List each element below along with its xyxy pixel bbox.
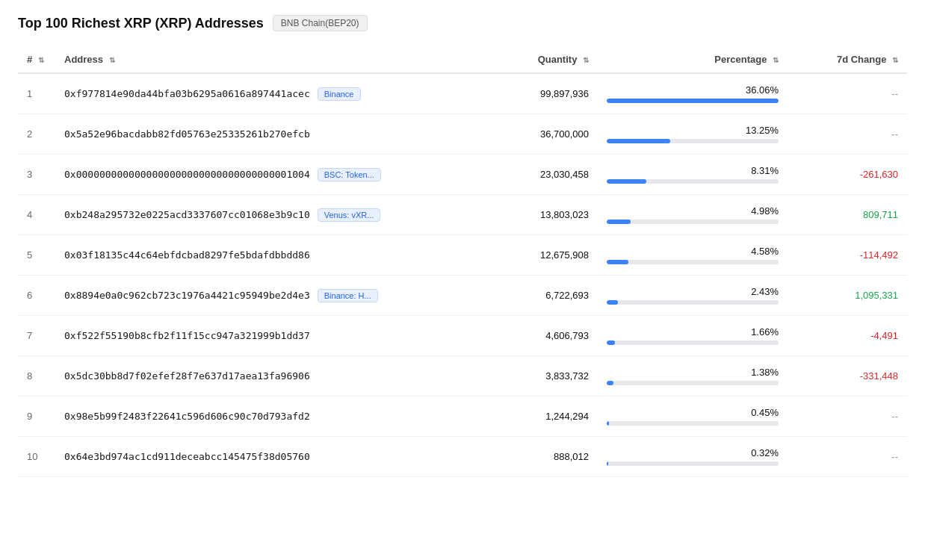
cell-quantity: 13,803,023	[433, 195, 598, 235]
cell-percentage: 0.45%	[598, 396, 788, 437]
percentage-bar-fill	[607, 300, 618, 305]
percentage-bar-fill	[607, 340, 615, 345]
cell-address: 0x5dc30bb8d7f02efef28f7e637d17aea13fa969…	[55, 356, 433, 396]
cell-percentage: 4.58%	[598, 235, 788, 276]
percentage-bar-track	[607, 179, 779, 184]
page-title: Top 100 Richest XRP (XRP) Addresses	[18, 16, 264, 31]
table-row: 100x64e3bd974ac1cd911deceabcc145475f38d0…	[18, 437, 907, 477]
cell-change: -261,630	[788, 155, 907, 195]
address-text[interactable]: 0x64e3bd974ac1cd911deceabcc145475f38d057…	[64, 451, 310, 462]
cell-quantity: 6,722,693	[433, 276, 598, 316]
cell-quantity: 4,606,793	[433, 316, 598, 356]
cell-rank: 6	[18, 276, 55, 316]
table-row: 20x5a52e96bacdabb82fd05763e25335261b270e…	[18, 114, 907, 155]
col-header-address[interactable]: Address ⇅	[55, 46, 433, 73]
address-text[interactable]: 0xf522f55190b8cfb2f11f15cc947a321999b1dd…	[64, 330, 310, 341]
percentage-bar-track	[607, 139, 779, 143]
cell-quantity: 3,833,732	[433, 356, 598, 396]
cell-rank: 2	[18, 114, 55, 155]
cell-quantity: 12,675,908	[433, 235, 598, 276]
sort-icon-change: ⇅	[892, 56, 898, 64]
table-row: 40xb248a295732e0225acd3337607cc01068e3b9…	[18, 195, 907, 235]
cell-quantity: 1,244,294	[433, 396, 598, 437]
col-header-percentage[interactable]: Percentage ⇅	[598, 46, 788, 73]
percentage-bar-track	[607, 260, 779, 264]
address-text[interactable]: 0x98e5b99f2483f22641c596d606c90c70d793af…	[64, 411, 310, 422]
percentage-bar-track	[607, 99, 779, 103]
table-row: 10xf977814e90da44bfa03b6295a0616a897441a…	[18, 73, 907, 114]
percentage-text: 36.06%	[746, 84, 779, 96]
percentage-bar-fill	[607, 421, 609, 426]
cell-rank: 1	[18, 73, 55, 114]
table-row: 60x8894e0a0c962cb723c1976a4421c95949be2d…	[18, 276, 907, 316]
percentage-bar-track	[607, 461, 779, 466]
percentage-bar-fill	[607, 461, 608, 466]
sort-icon-quantity: ⇅	[583, 56, 589, 64]
sort-icon-rank: ⇅	[38, 56, 44, 64]
percentage-text: 13.25%	[746, 125, 779, 136]
percentage-bar-track	[607, 421, 779, 426]
address-text[interactable]: 0xf977814e90da44bfa03b6295a0616a897441ac…	[64, 88, 310, 99]
address-text[interactable]: 0xb248a295732e0225acd3337607cc01068e3b9c…	[64, 209, 310, 220]
percentage-text: 4.58%	[751, 246, 779, 257]
cell-change: 809,711	[788, 195, 907, 235]
cell-address: 0x8894e0a0c962cb723c1976a4421c95949be2d4…	[55, 276, 433, 316]
cell-rank: 8	[18, 356, 55, 396]
cell-rank: 4	[18, 195, 55, 235]
address-label-badge[interactable]: Binance: H...	[318, 289, 378, 302]
address-label-badge[interactable]: BSC: Token...	[318, 168, 381, 181]
table-row: 50x03f18135c44c64ebfdcbad8297fe5bdafdbbd…	[18, 235, 907, 276]
col-header-change[interactable]: 7d Change ⇅	[788, 46, 907, 73]
cell-percentage: 4.98%	[598, 195, 788, 235]
address-label-badge[interactable]: Binance	[318, 87, 361, 101]
cell-address: 0x03f18135c44c64ebfdcbad8297fe5bdafdbbdd…	[55, 235, 433, 276]
percentage-text: 1.66%	[751, 326, 779, 337]
percentage-bar-fill	[607, 220, 631, 224]
chain-badge: BNB Chain(BEP20)	[273, 15, 368, 31]
cell-address: 0x64e3bd974ac1cd911deceabcc145475f38d057…	[55, 437, 433, 477]
percentage-bar-fill	[607, 139, 670, 143]
cell-percentage: 8.31%	[598, 155, 788, 195]
sort-icon-percentage: ⇅	[773, 56, 779, 64]
address-text[interactable]: 0x03f18135c44c64ebfdcbad8297fe5bdafdbbdd…	[64, 249, 310, 261]
address-text[interactable]: 0x8894e0a0c962cb723c1976a4421c95949be2d4…	[64, 290, 310, 301]
address-text[interactable]: 0x5dc30bb8d7f02efef28f7e637d17aea13fa969…	[64, 370, 310, 382]
cell-change: --	[788, 437, 907, 477]
cell-rank: 3	[18, 155, 55, 195]
cell-percentage: 1.38%	[598, 356, 788, 396]
address-text[interactable]: 0x00000000000000000000000000000000000010…	[64, 169, 310, 180]
cell-percentage: 36.06%	[598, 73, 788, 114]
percentage-bar-track	[607, 220, 779, 224]
percentage-text: 8.31%	[751, 165, 779, 176]
cell-quantity: 36,700,000	[433, 114, 598, 155]
cell-change: -4,491	[788, 316, 907, 356]
address-text[interactable]: 0x5a52e96bacdabb82fd05763e25335261b270ef…	[64, 128, 310, 140]
percentage-bar-track	[607, 381, 779, 385]
table-row: 90x98e5b99f2483f22641c596d606c90c70d793a…	[18, 396, 907, 437]
cell-change: -114,492	[788, 235, 907, 276]
cell-change: -331,448	[788, 356, 907, 396]
percentage-text: 1.38%	[751, 367, 779, 378]
col-header-rank[interactable]: # ⇅	[18, 46, 55, 73]
percentage-bar-track	[607, 300, 779, 305]
cell-address: 0x98e5b99f2483f22641c596d606c90c70d793af…	[55, 396, 433, 437]
percentage-bar-fill	[607, 381, 613, 385]
table-row: 70xf522f55190b8cfb2f11f15cc947a321999b1d…	[18, 316, 907, 356]
cell-address: 0xf977814e90da44bfa03b6295a0616a897441ac…	[55, 73, 433, 114]
cell-change: 1,095,331	[788, 276, 907, 316]
percentage-bar-fill	[607, 260, 628, 264]
table-header-row: # ⇅ Address ⇅ Quantity ⇅ Percentage ⇅ 7d…	[18, 46, 907, 73]
cell-address: 0x00000000000000000000000000000000000010…	[55, 155, 433, 195]
page-header: Top 100 Richest XRP (XRP) Addresses BNB …	[18, 15, 907, 31]
table-row: 80x5dc30bb8d7f02efef28f7e637d17aea13fa96…	[18, 356, 907, 396]
percentage-bar-track	[607, 340, 779, 345]
table-row: 30x0000000000000000000000000000000000001…	[18, 155, 907, 195]
cell-quantity: 888,012	[433, 437, 598, 477]
cell-quantity: 23,030,458	[433, 155, 598, 195]
cell-rank: 7	[18, 316, 55, 356]
col-header-quantity[interactable]: Quantity ⇅	[433, 46, 598, 73]
address-label-badge[interactable]: Venus: vXR...	[318, 208, 381, 222]
percentage-text: 0.45%	[751, 407, 779, 418]
percentage-text: 0.32%	[751, 447, 779, 458]
percentage-bar-fill	[607, 99, 779, 103]
